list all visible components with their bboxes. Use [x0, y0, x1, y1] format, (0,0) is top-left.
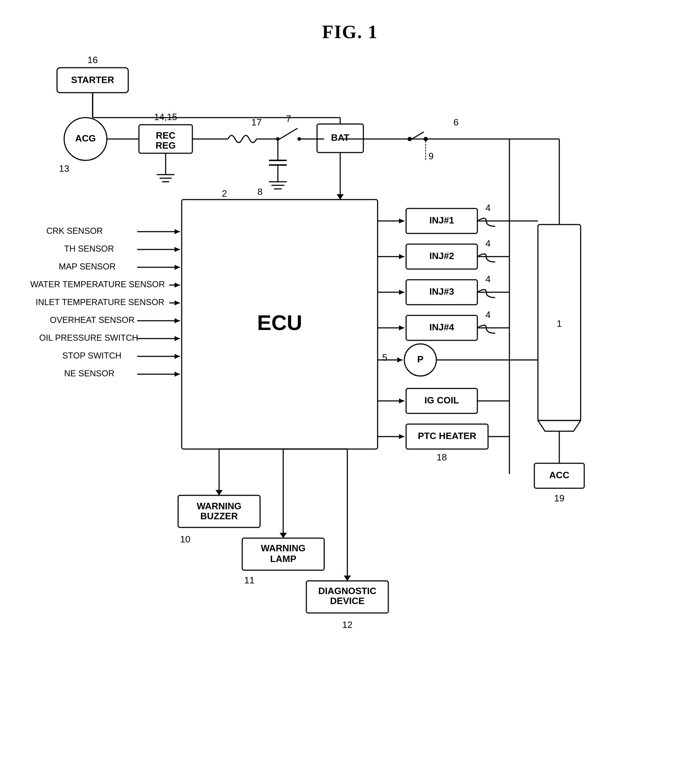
ref-19: 19: [554, 493, 565, 503]
svg-marker-62: [399, 325, 404, 330]
svg-point-30: [423, 137, 428, 141]
crk-sensor-label: CRK SENSOR: [46, 226, 103, 236]
inlet-temp-label: INLET TEMPERATURE SENSOR: [36, 297, 164, 307]
acc-label: ACC: [549, 470, 570, 480]
ref-4-1: 4: [486, 202, 491, 213]
acg-label: ACG: [75, 133, 96, 144]
ref-9: 9: [428, 151, 434, 161]
svg-line-29: [412, 132, 424, 139]
svg-marker-38: [175, 265, 180, 270]
page-title: FIG. 1: [0, 0, 700, 42]
water-temp-label: WATER TEMPERATURE SENSOR: [30, 279, 165, 289]
ecu-label: ECU: [257, 311, 302, 335]
svg-marker-68: [399, 399, 404, 403]
ref-1415: 14,15: [154, 111, 177, 122]
svg-marker-40: [175, 283, 180, 288]
svg-marker-92: [280, 533, 287, 538]
ref-5: 5: [382, 352, 387, 363]
oil-pressure-label: OIL PRESSURE SWITCH: [39, 333, 138, 342]
ne-sensor-label: NE SENSOR: [64, 369, 114, 378]
svg-marker-65: [397, 358, 403, 363]
wbuzzer-label1: WARNING: [197, 501, 242, 511]
svg-marker-71: [399, 434, 404, 439]
ref-6: 6: [453, 117, 458, 128]
igcoil-label: IG COIL: [425, 395, 459, 405]
inj1-label: INJ#1: [429, 215, 454, 225]
svg-marker-59: [399, 290, 404, 295]
svg-line-11: [280, 128, 297, 139]
map-sensor-label: MAP SENSOR: [59, 261, 116, 271]
svg-marker-73: [538, 421, 581, 431]
svg-marker-46: [175, 336, 180, 341]
recreg-label1: REC: [156, 130, 176, 141]
ref-4-3: 4: [486, 274, 491, 285]
wbuzzer-label2: BUZZER: [200, 511, 238, 521]
svg-marker-53: [399, 219, 404, 224]
svg-marker-89: [216, 490, 223, 496]
svg-marker-95: [344, 575, 351, 581]
ref-10: 10: [180, 534, 191, 544]
svg-marker-24: [337, 194, 344, 200]
svg-point-28: [408, 137, 412, 141]
diagram-container: STARTER 16 ACG 13 REC REG 14,15 17 7 8 B…: [28, 46, 670, 741]
svg-marker-48: [175, 354, 180, 359]
svg-marker-34: [175, 229, 180, 234]
pump-label: P: [417, 354, 423, 364]
svg-point-10: [276, 137, 280, 141]
ref-17: 17: [252, 117, 262, 128]
inj3-label: INJ#3: [429, 286, 454, 297]
wlamp-label2: LAMP: [270, 553, 296, 564]
recreg-label2: REG: [156, 140, 176, 151]
ref-1: 1: [557, 318, 562, 329]
ref-16: 16: [88, 55, 98, 65]
ref-2: 2: [222, 188, 227, 199]
ref-7: 7: [286, 113, 291, 124]
overheat-label: OVERHEAT SENSOR: [50, 315, 134, 325]
ref-12: 12: [342, 619, 353, 630]
ref-4-4: 4: [486, 310, 491, 320]
starter-label: STARTER: [71, 75, 114, 85]
ref-11: 11: [244, 575, 255, 586]
svg-marker-44: [175, 318, 180, 323]
ref-13: 13: [59, 163, 69, 174]
svg-marker-42: [175, 300, 180, 305]
inj2-label: INJ#2: [429, 250, 454, 261]
svg-marker-50: [175, 372, 180, 377]
th-sensor-label: TH SENSOR: [64, 244, 114, 253]
wlamp-label1: WARNING: [261, 543, 306, 553]
svg-marker-36: [175, 247, 180, 252]
ref-8: 8: [258, 186, 262, 197]
bat-label: BAT: [331, 132, 350, 143]
svg-marker-56: [399, 254, 404, 259]
diag-label1: DIAGNOSTIC: [318, 586, 376, 596]
stop-switch-label: STOP SWITCH: [62, 351, 122, 360]
ref-4-2: 4: [486, 238, 491, 249]
ptcheater-label: PTC HEATER: [418, 430, 476, 441]
ref-18: 18: [437, 452, 447, 463]
diag-label2: DEVICE: [330, 596, 365, 606]
inj4-label: INJ#4: [429, 322, 454, 333]
